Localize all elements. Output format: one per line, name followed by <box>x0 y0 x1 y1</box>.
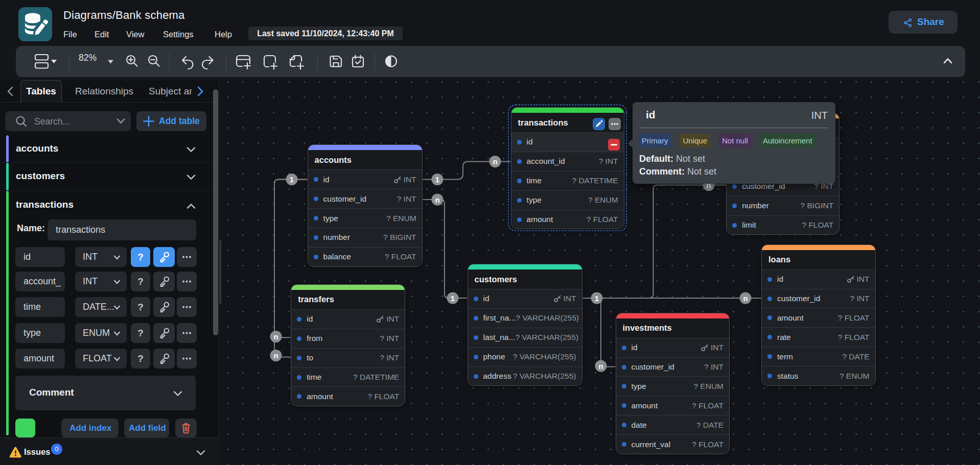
svg-text:1: 1 <box>290 175 294 184</box>
svg-text:n: n <box>493 157 497 166</box>
svg-text:1: 1 <box>595 294 599 303</box>
svg-text:n: n <box>273 351 278 360</box>
svg-text:n: n <box>273 332 278 341</box>
svg-text:1: 1 <box>435 175 439 184</box>
svg-text:n: n <box>435 195 439 204</box>
svg-text:1: 1 <box>451 294 455 303</box>
svg-text:n: n <box>598 362 603 371</box>
svg-text:n: n <box>743 294 748 303</box>
